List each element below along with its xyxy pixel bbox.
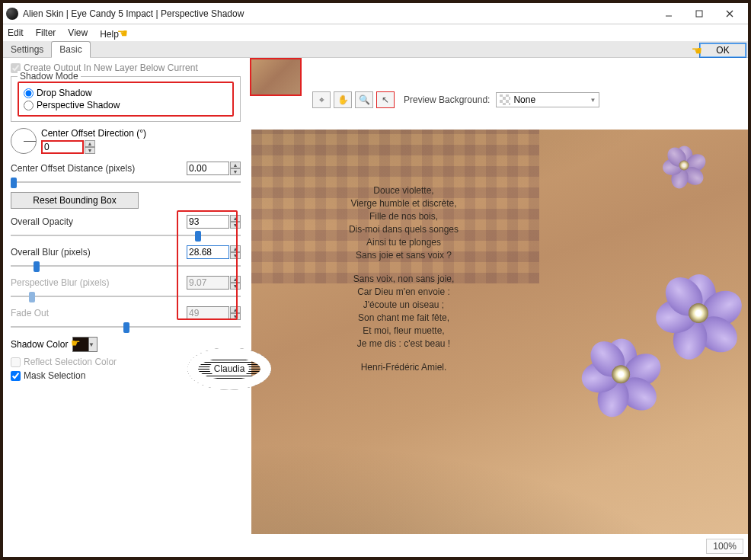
maximize-button[interactable] [684, 5, 714, 23]
direction-dial[interactable] [11, 128, 37, 154]
menu-view[interactable]: View [68, 27, 88, 38]
spin-up-icon[interactable]: ▲ [230, 245, 241, 252]
close-button[interactable] [714, 5, 745, 23]
shadow-color-label: Shadow Color [11, 339, 68, 350]
preview-bg-select[interactable]: None ▼ [496, 92, 599, 107]
menu-edit[interactable]: Edit [8, 27, 24, 38]
tab-strip: Settings Basic ☛ OK Cancel [3, 41, 748, 58]
center-offset-dist-slider[interactable] [11, 177, 241, 187]
tab-basic[interactable]: Basic [51, 41, 90, 58]
radio-perspective-shadow[interactable]: Perspective Shadow [24, 100, 228, 110]
pointer-hand-icon: ☛ [692, 43, 702, 58]
navigator-tool-icon[interactable]: ⌖ [312, 91, 331, 108]
flower-decoration [664, 146, 706, 188]
spin-down-icon[interactable]: ▼ [230, 222, 241, 229]
settings-panel: Create Output In New Layer Below Current… [3, 58, 248, 557]
pointer-hand-icon: ☛ [117, 26, 128, 40]
spin-up-icon[interactable]: ▲ [85, 140, 95, 147]
preview-thumbnail[interactable] [250, 58, 302, 96]
app-icon [6, 8, 18, 20]
spin-up-icon[interactable]: ▲ [230, 162, 241, 168]
shadow-mode-group: Shadow Mode Drop Shadow Perspective Shad… [11, 76, 241, 122]
radio-drop-shadow[interactable]: Drop Shadow [24, 88, 228, 98]
flower-decoration [583, 338, 660, 415]
center-offset-dist-label: Center Offset Distance (pixels) [11, 163, 135, 174]
menu-bar: Edit Filter View Help☛ [3, 24, 748, 41]
pointer-hand-icon: ☛ [71, 337, 81, 352]
minimize-button[interactable] [654, 5, 684, 23]
watermark: Claudia [187, 347, 271, 390]
center-offset-dir-label: Center Offset Direction (°) [41, 128, 146, 139]
spin-down-icon[interactable]: ▼ [230, 252, 241, 259]
poem-text: Douce violette, Vierge humble et discrèt… [305, 184, 503, 374]
fade-out-label: Fade Out [11, 308, 49, 318]
checker-swatch-icon [500, 94, 510, 105]
perspective-blur-input: ▲▼ [187, 276, 241, 290]
shadow-mode-legend: Shadow Mode [18, 71, 81, 82]
center-offset-dir-input[interactable]: ▲▼ [41, 140, 146, 154]
pointer-tool-icon[interactable]: ↖ [376, 91, 395, 108]
preview-toolbar: ⌖ ✋ 🔍 ↖ Preview Background: None ▼ [312, 91, 599, 108]
overall-blur-slider[interactable] [11, 261, 241, 271]
reset-bounding-box-button[interactable]: Reset Bounding Box [11, 192, 139, 209]
window-title: Alien Skin | Eye Candy 5 Impact | Perspe… [23, 8, 654, 19]
spin-up-icon[interactable]: ▲ [230, 215, 241, 222]
preview-bg-label: Preview Background: [404, 94, 490, 105]
overall-opacity-slider[interactable] [11, 230, 241, 241]
menu-help[interactable]: Help [100, 29, 119, 40]
fade-out-input: ▲▼ [187, 306, 241, 320]
fade-out-slider [11, 322, 241, 332]
svg-rect-1 [696, 11, 702, 17]
flower-decoration [658, 274, 742, 358]
preview-canvas[interactable]: Douce violette, Vierge humble et discrèt… [251, 130, 748, 534]
tab-settings[interactable]: Settings [3, 42, 51, 57]
center-offset-dist-input[interactable]: ▲▼ [187, 162, 241, 175]
zoom-tool-icon[interactable]: 🔍 [355, 91, 373, 108]
overall-blur-input[interactable]: ▲▼ [187, 245, 241, 259]
overall-opacity-input[interactable]: ▲▼ [187, 215, 241, 229]
spin-down-icon[interactable]: ▼ [85, 147, 95, 154]
perspective-blur-label: Perspective Blur (pixels) [11, 277, 109, 288]
overall-blur-label: Overall Blur (pixels) [11, 247, 91, 258]
menu-filter[interactable]: Filter [36, 27, 56, 38]
overall-opacity-label: Overall Opacity [11, 216, 73, 227]
ok-button[interactable]: OK [699, 43, 746, 58]
perspective-blur-slider [11, 291, 241, 302]
hand-tool-icon[interactable]: ✋ [334, 91, 352, 108]
status-zoom: 100% [706, 539, 743, 554]
title-bar: Alien Skin | Eye Candy 5 Impact | Perspe… [3, 3, 748, 24]
spin-down-icon[interactable]: ▼ [230, 168, 241, 175]
preview-panel: ⌖ ✋ 🔍 ↖ Preview Background: None ▼ Douce… [248, 58, 748, 557]
chevron-down-icon: ▼ [590, 97, 596, 104]
